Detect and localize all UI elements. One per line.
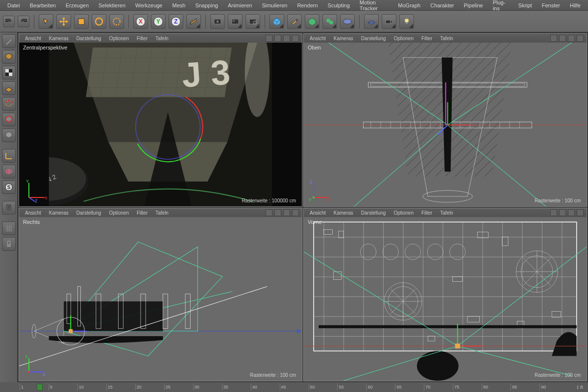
timeline-playhead[interactable] [37, 384, 43, 391]
vp-nav-icon[interactable] [550, 35, 557, 42]
menu-mesh[interactable]: Mesh [168, 1, 190, 10]
vp-nav-icon[interactable] [283, 35, 290, 42]
menu-erzeugen[interactable]: Erzeugen [61, 1, 93, 10]
render-picture-button[interactable] [228, 14, 243, 29]
coord-system-button[interactable] [186, 14, 201, 29]
vp-menu-filter[interactable]: Filter [418, 35, 435, 42]
generator-button[interactable] [305, 14, 319, 29]
timeline[interactable]: 1 5 10 15 20 25 30 35 40 45 50 55 60 65 … [0, 382, 588, 392]
vp-menu-filter[interactable]: Filter [134, 35, 150, 42]
menu-selektieren[interactable]: Selektieren [94, 1, 130, 10]
spline-pen-button[interactable] [287, 14, 302, 29]
viewport-solo-button[interactable] [2, 165, 16, 178]
vp-nav-icon[interactable] [292, 35, 299, 42]
vp-menu-optionen[interactable]: Optionen [106, 35, 132, 42]
vp-nav-icon[interactable] [559, 35, 566, 42]
menu-sculpting[interactable]: Sculpting [323, 1, 354, 10]
vp-nav-icon[interactable] [559, 209, 566, 216]
scale-tool[interactable] [74, 14, 89, 29]
z-axis-button[interactable]: Z [169, 14, 183, 29]
polygon-mode-button[interactable] [2, 128, 16, 142]
vp-nav-icon[interactable] [577, 209, 584, 216]
vp-menu-filter[interactable]: Filter [134, 210, 150, 216]
workplane-button[interactable] [2, 81, 16, 95]
menu-rendern[interactable]: Rendern [293, 1, 322, 10]
vp-nav-icon[interactable] [568, 35, 575, 42]
viewport-front[interactable]: Ansicht Kameras Darstellung Optionen Fil… [303, 208, 587, 381]
vp-menu-optionen[interactable]: Optionen [391, 35, 416, 42]
render-settings-button[interactable] [245, 14, 260, 29]
floor-button[interactable] [364, 14, 379, 29]
menu-pipeline[interactable]: Pipeline [459, 1, 487, 10]
vp-menu-darstellung[interactable]: Darstellung [74, 210, 104, 216]
vp-menu-filter[interactable]: Filter [418, 210, 435, 216]
vp-menu-ansicht[interactable]: Ansicht [22, 35, 44, 42]
menu-werkzeuge[interactable]: Werkzeuge [131, 1, 167, 10]
vp-menu-ansicht[interactable]: Ansicht [307, 210, 329, 216]
vp-nav-icon[interactable] [577, 35, 584, 42]
x-axis-button[interactable]: X [133, 14, 148, 29]
viewport-top[interactable]: Ansicht Kameras Darstellung Optionen Fil… [303, 33, 587, 207]
vp-menu-tafeln[interactable]: Tafeln [437, 210, 456, 216]
last-tool[interactable] [109, 14, 124, 29]
vp-menu-darstellung[interactable]: Darstellung [74, 35, 104, 42]
deformer-button[interactable] [322, 14, 337, 29]
vp-nav-icon[interactable] [274, 209, 281, 216]
redo-button[interactable] [18, 16, 29, 27]
vp-menu-darstellung[interactable]: Darstellung [358, 35, 389, 42]
vp-menu-tafeln[interactable]: Tafeln [152, 35, 172, 42]
vp-menu-tafeln[interactable]: Tafeln [437, 35, 456, 42]
vp-nav-icon[interactable] [266, 35, 272, 42]
vp-menu-tafeln[interactable]: Tafeln [152, 210, 172, 216]
camera-button[interactable] [382, 14, 396, 29]
y-axis-button[interactable]: Y [151, 14, 166, 29]
vp-menu-ansicht[interactable]: Ansicht [307, 35, 329, 42]
menu-charakter[interactable]: Charakter [426, 1, 458, 10]
menu-animieren[interactable]: Animieren [223, 1, 257, 10]
menu-skript[interactable]: Skript [514, 1, 537, 10]
vp-menu-darstellung[interactable]: Darstellung [358, 210, 389, 216]
menu-snapping[interactable]: Snapping [191, 1, 222, 10]
edge-mode-button[interactable] [2, 113, 16, 126]
texture-mode-button[interactable] [2, 66, 16, 79]
vp-menu-optionen[interactable]: Optionen [106, 210, 132, 216]
rotate-tool[interactable] [92, 14, 106, 29]
viewport-right[interactable]: Ansicht Kameras Darstellung Optionen Fil… [19, 208, 302, 381]
light-button[interactable] [399, 14, 414, 29]
lock-button[interactable] [2, 237, 16, 251]
menu-fenster[interactable]: Fenster [538, 1, 564, 10]
vp-nav-icon[interactable] [266, 209, 272, 216]
select-tool[interactable] [39, 14, 53, 29]
menu-motiontracker[interactable]: Motion Tracker [355, 0, 392, 13]
vp-menu-optionen[interactable]: Optionen [391, 210, 416, 216]
model-mode-button[interactable] [2, 50, 16, 64]
viewport-perspective[interactable]: Ansicht Kameras Darstellung Optionen Fil… [19, 33, 302, 207]
snap-toggle-button[interactable]: S [2, 180, 16, 194]
menu-datei[interactable]: Datei [3, 1, 24, 10]
vp-nav-icon[interactable] [274, 35, 281, 42]
vp-nav-icon[interactable] [292, 209, 299, 216]
vp-nav-icon[interactable] [550, 209, 557, 216]
vp-menu-kameras[interactable]: Kameras [331, 35, 356, 42]
move-tool[interactable] [56, 14, 71, 29]
undo-button[interactable] [3, 16, 15, 27]
vp-menu-ansicht[interactable]: Ansicht [22, 210, 44, 216]
primitive-cube-button[interactable] [270, 14, 284, 29]
menu-mograph[interactable]: MoGraph [393, 1, 425, 10]
make-editable-button[interactable] [2, 34, 16, 48]
menu-hilfe[interactable]: Hilfe [565, 1, 585, 10]
point-mode-button[interactable] [2, 97, 16, 111]
vp-menu-kameras[interactable]: Kameras [331, 210, 356, 216]
vp-nav-icon[interactable] [283, 209, 290, 216]
axis-button[interactable] [2, 149, 16, 163]
environment-button[interactable] [340, 14, 355, 29]
vp-nav-icon[interactable] [568, 209, 575, 216]
vp-menu-kameras[interactable]: Kameras [46, 35, 72, 42]
grid-snap-button[interactable] [2, 221, 16, 235]
menu-bearbeiten[interactable]: Bearbeiten [25, 1, 60, 10]
magnet-button[interactable] [2, 201, 16, 215]
render-view-button[interactable] [210, 14, 225, 29]
vp-menu-kameras[interactable]: Kameras [46, 210, 72, 216]
menu-simulieren[interactable]: Simulieren [257, 1, 292, 10]
menu-plugins[interactable]: Plug-ins [489, 0, 513, 13]
